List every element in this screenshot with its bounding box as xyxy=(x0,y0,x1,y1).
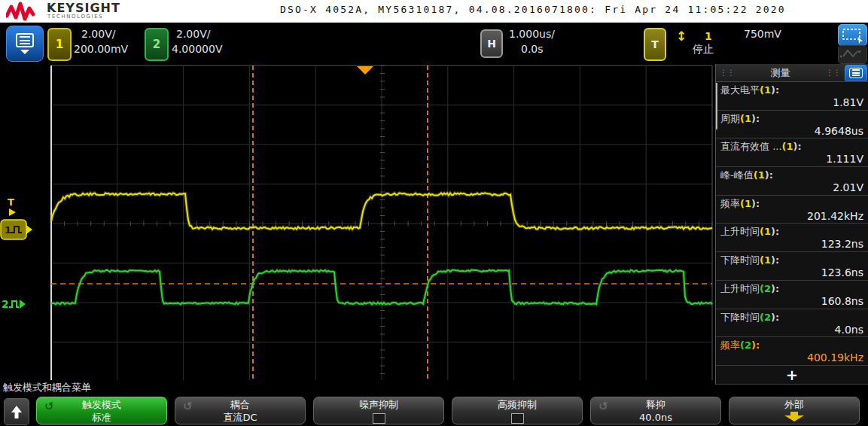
measurement-value: 4.9648us xyxy=(720,125,863,138)
trigger-source: 1 xyxy=(705,30,712,42)
measurement-source: 2 xyxy=(760,312,779,323)
measurement-label: 直流有效值 ... xyxy=(720,141,782,152)
chevron-down-icon xyxy=(20,50,29,54)
softkey-value: 直流DC xyxy=(175,412,305,424)
measurement-source: 1 xyxy=(760,226,779,237)
menu-list-icon xyxy=(849,68,863,78)
measurement-value: 2.01V xyxy=(720,181,863,194)
softkey-4[interactable]: 高频抑制 xyxy=(452,397,583,424)
brand-subtitle: TECHNOLOGIES xyxy=(47,14,103,20)
keysight-logo-icon xyxy=(6,1,44,22)
measurement-label: 最大电平 xyxy=(720,84,760,96)
measurement-source: 1 xyxy=(754,169,773,181)
rect-select-icon xyxy=(839,25,866,45)
menu-list-icon xyxy=(16,33,34,47)
measurement-row[interactable]: 上升时间1 123.2ns xyxy=(716,224,868,252)
checkbox[interactable] xyxy=(511,413,524,424)
measurements-menu-button[interactable] xyxy=(845,65,867,81)
channel2-ground-marker[interactable]: 2 xyxy=(2,298,26,310)
measurement-row[interactable]: 频率2 400.19kHz xyxy=(716,337,868,366)
measurement-label: 频率 xyxy=(720,339,740,351)
measurement-row[interactable]: 直流有效值 ...1 1.111V xyxy=(716,138,868,167)
main-menu-button[interactable] xyxy=(6,26,44,62)
system-title: DSO-X 4052A, MY56310187, 04.08.201607180… xyxy=(280,4,866,15)
rect-select-tool-button[interactable] xyxy=(838,24,867,46)
measurement-value: 201.42kHz xyxy=(720,210,863,223)
trigger-level[interactable]: 750mV xyxy=(744,28,781,40)
measurement-value: 400.19kHz xyxy=(720,351,863,364)
svg-text:1: 1 xyxy=(5,224,11,236)
softkey-6[interactable]: 外部 xyxy=(729,397,860,424)
graticule-grid xyxy=(51,65,712,380)
channel2-badge[interactable]: 2 xyxy=(145,28,169,61)
acquisition-status: 停止 xyxy=(693,43,714,56)
timebase-delay[interactable]: 0.0s xyxy=(521,43,544,55)
measurement-label: 上升时间 xyxy=(720,283,760,294)
up-arrow-icon xyxy=(11,406,22,418)
trigger-badge[interactable]: T xyxy=(644,28,666,61)
measurement-source: 2 xyxy=(740,339,760,351)
measurement-row[interactable]: 周期1 4.9648us xyxy=(716,111,868,139)
softkey-value: 40.0ns xyxy=(591,412,720,424)
checkbox[interactable] xyxy=(373,413,385,424)
measurement-row[interactable]: 上升时间2 160.8ns xyxy=(716,281,868,309)
panel-scrollbar[interactable] xyxy=(716,83,717,129)
measurement-label: 频率 xyxy=(720,198,740,209)
measurement-row[interactable]: 最大电平1 1.81V xyxy=(716,82,868,111)
measurement-row[interactable]: 下降时间1 123.6ns xyxy=(716,252,868,281)
wave-drag-tool-button[interactable] xyxy=(838,45,867,64)
measurements-header[interactable]: ⋮⋮ 测量 ⋮⋮ xyxy=(716,64,868,82)
ch1-scale[interactable]: 2.00V/ xyxy=(81,28,115,40)
cycle-arrow-icon: ↺ xyxy=(598,400,608,413)
control-bar: 1 2.00V/ 200.00mV 2 2.00V/ 4.00000V H 1.… xyxy=(0,23,868,64)
softkey-value: 标准 xyxy=(37,412,166,424)
brand-bar: KEYSIGHT TECHNOLOGIES DSO-X 4052A, MY563… xyxy=(0,0,868,23)
measurement-value: 160.8ns xyxy=(720,295,863,308)
timebase-scale[interactable]: 1.000us/ xyxy=(509,28,555,40)
cycle-arrow-icon: ↺ xyxy=(183,400,193,413)
softkey-menu-title: 触发模式和耦合菜单 xyxy=(3,381,91,394)
softkey-5[interactable]: ↺ 释抑 40.0ns xyxy=(590,397,721,424)
trigger-level-marker[interactable]: T xyxy=(8,196,14,208)
measurement-source: 1 xyxy=(760,254,779,266)
ch2-scale[interactable]: 2.00V/ xyxy=(176,28,210,40)
oscilloscope-screen: KEYSIGHT TECHNOLOGIES DSO-X 4052A, MY563… xyxy=(0,0,868,426)
measurement-label: 峰-峰值 xyxy=(720,169,754,181)
measurement-row[interactable]: 频率1 201.42kHz xyxy=(716,196,868,224)
svg-text:2: 2 xyxy=(2,298,9,310)
measurement-source: 1 xyxy=(740,198,760,209)
measurement-label: 下降时间 xyxy=(720,312,760,323)
measurement-source: 1 xyxy=(760,84,779,96)
down-arrow-icon xyxy=(784,412,804,421)
measurement-row[interactable]: 下降时间2 4.0ns xyxy=(716,309,868,338)
measurement-value: 4.0ns xyxy=(720,324,863,336)
measurement-source: 1 xyxy=(782,141,802,152)
trigger-updown-icon: ↕ xyxy=(676,29,687,44)
measurement-source: 2 xyxy=(760,283,779,294)
back-button[interactable] xyxy=(4,398,29,425)
measurement-source: 1 xyxy=(740,113,760,124)
measurements-title: 测量 xyxy=(739,66,822,80)
measurement-value: 123.6ns xyxy=(720,266,863,279)
ch1-offset[interactable]: 200.00mV xyxy=(74,43,128,55)
measurements-list: 最大电平1 1.81V 周期1 4.9648us 直流有效值 ...1 1.11… xyxy=(716,82,868,366)
measurements-panel: ⋮⋮ 测量 ⋮⋮ 最大电平1 1.81V 周期1 4.9648us 直流有效值 … xyxy=(715,64,868,385)
ch2-offset[interactable]: 4.00000V xyxy=(172,43,222,55)
softkey-1[interactable]: ↺ 触发模式 标准 xyxy=(36,397,167,424)
measurement-label: 上升时间 xyxy=(720,226,760,237)
add-measurement-button[interactable]: + xyxy=(716,366,868,385)
drag-grip-icon[interactable]: ⋮⋮ xyxy=(822,68,845,77)
channel1-badge[interactable]: 1 xyxy=(47,28,72,61)
measurement-row[interactable]: 峰-峰值1 2.01V xyxy=(716,167,868,196)
softkey-3[interactable]: 噪声抑制 xyxy=(313,397,444,424)
measurement-label: 周期 xyxy=(720,113,740,124)
horizontal-badge[interactable]: H xyxy=(480,29,503,58)
measurement-value: 1.81V xyxy=(720,96,863,109)
trigger-position-marker[interactable] xyxy=(357,66,373,75)
measurement-value: 1.111V xyxy=(720,153,863,166)
softkey-2[interactable]: ↺ 耦合 直流DC xyxy=(175,397,306,424)
cycle-arrow-icon: ↺ xyxy=(44,400,54,413)
channel1-ground-marker[interactable]: 1 xyxy=(1,220,32,239)
drag-grip-icon[interactable]: ⋮⋮ xyxy=(716,68,739,77)
wave-drag-icon xyxy=(839,46,865,62)
